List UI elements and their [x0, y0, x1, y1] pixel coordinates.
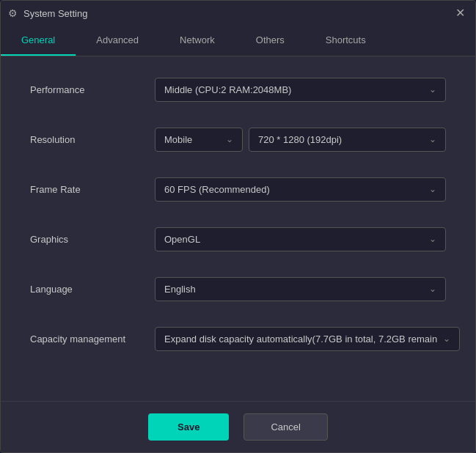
language-label: Language	[30, 284, 155, 295]
capacity-value: Expand disk capacity automatically(7.7GB…	[164, 334, 437, 345]
window-title: System Setting	[23, 8, 87, 19]
tab-bar: General Advanced Network Others Shortcut…	[1, 26, 475, 56]
capacity-row: Capacity management Expand disk capacity…	[30, 320, 446, 357]
language-value: English	[164, 284, 196, 295]
framerate-label: Frame Rate	[30, 184, 155, 195]
framerate-arrow-icon: ⌄	[429, 184, 436, 194]
close-button[interactable]: ✕	[453, 6, 468, 21]
graphics-label: Graphics	[30, 234, 155, 245]
tab-shortcuts[interactable]: Shortcuts	[305, 26, 387, 56]
performance-label: Performance	[30, 84, 155, 95]
performance-value: Middle (CPU:2 RAM:2048MB)	[164, 84, 291, 95]
tab-general[interactable]: General	[1, 26, 76, 56]
title-bar: ⚙ System Setting ✕	[1, 1, 475, 26]
system-setting-window: ⚙ System Setting ✕ General Advanced Netw…	[0, 0, 476, 453]
tab-advanced[interactable]: Advanced	[76, 26, 159, 56]
resolution-type-dropdown[interactable]: Mobile ⌄	[155, 128, 243, 152]
save-button[interactable]: Save	[148, 413, 229, 441]
graphics-arrow-icon: ⌄	[429, 234, 436, 244]
capacity-dropdown[interactable]: Expand disk capacity automatically(7.7GB…	[155, 327, 460, 351]
capacity-arrow-icon: ⌄	[443, 334, 450, 344]
graphics-row: Graphics OpenGL ⌄	[30, 221, 446, 257]
gear-icon: ⚙	[8, 7, 18, 19]
resolution-type-value: Mobile	[164, 134, 192, 145]
resolution-row: Resolution Mobile ⌄ 720 * 1280 (192dpi) …	[30, 121, 446, 158]
language-row: Language English ⌄	[30, 270, 446, 307]
resolution-size-dropdown[interactable]: 720 * 1280 (192dpi) ⌄	[249, 128, 446, 152]
performance-arrow-icon: ⌄	[429, 84, 436, 95]
resolution-size-arrow-icon: ⌄	[429, 134, 436, 144]
footer: Save Cancel	[1, 401, 475, 452]
language-dropdown[interactable]: English ⌄	[155, 277, 446, 301]
resolution-type-arrow-icon: ⌄	[226, 134, 233, 144]
framerate-row: Frame Rate 60 FPS (Recommended) ⌄	[30, 171, 446, 207]
framerate-dropdown[interactable]: 60 FPS (Recommended) ⌄	[155, 177, 446, 202]
performance-dropdown[interactable]: Middle (CPU:2 RAM:2048MB) ⌄	[155, 78, 446, 102]
tab-network[interactable]: Network	[159, 26, 235, 56]
graphics-dropdown[interactable]: OpenGL ⌄	[155, 227, 446, 251]
performance-row: Performance Middle (CPU:2 RAM:2048MB) ⌄	[30, 71, 446, 108]
settings-content: Performance Middle (CPU:2 RAM:2048MB) ⌄ …	[1, 56, 475, 401]
capacity-label: Capacity management	[30, 334, 155, 345]
resolution-size-value: 720 * 1280 (192dpi)	[258, 134, 342, 145]
language-arrow-icon: ⌄	[429, 284, 436, 294]
cancel-button[interactable]: Cancel	[244, 413, 327, 441]
tab-others[interactable]: Others	[235, 26, 305, 56]
graphics-value: OpenGL	[164, 234, 200, 245]
resolution-label: Resolution	[30, 134, 155, 145]
framerate-value: 60 FPS (Recommended)	[164, 184, 270, 195]
